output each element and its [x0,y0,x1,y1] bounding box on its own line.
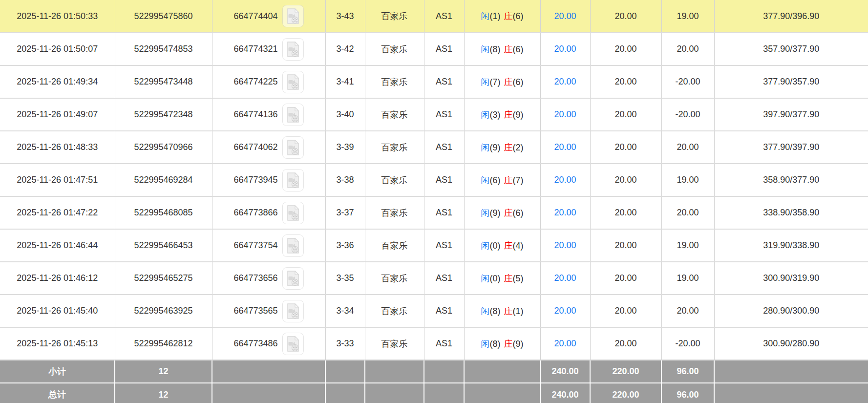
balance-cell: 377.90/357.90 [714,65,868,98]
record-row[interactable]: 2025-11-26 01:49:07 522995472348 6647741… [0,98,868,131]
record-row[interactable]: 2025-11-26 01:48:33 522995470966 6647740… [0,131,868,164]
bet-time-cell: 2025-11-26 01:50:07 [0,33,115,65]
video-replay-button[interactable] [282,38,304,61]
record-row[interactable]: 2025-11-26 01:50:33 522995475860 6647744… [0,0,868,33]
video-replay-button[interactable] [282,267,304,290]
bet-amount-link[interactable]: 20.00 [554,11,576,21]
video-replay-button[interactable] [282,169,304,191]
balance-cell: 377.90/396.90 [714,0,868,33]
banker-label: 庄 [504,306,513,316]
summary-empty-cell [365,360,424,383]
player-label: 闲 [481,274,490,283]
record-row[interactable]: 2025-11-26 01:45:40 522995463925 6647735… [0,295,868,327]
round-cell: 3-36 [325,229,365,262]
banker-score: (4) [513,241,524,251]
banker-score: (1) [513,306,524,316]
bet-amount-link[interactable]: 20.00 [554,142,576,152]
game-number-cell: 664773656 [212,262,325,295]
game-number-cell: 664774062 [212,131,325,164]
summary-valid-total-cell: 220.00 [590,360,661,383]
bet-amount-link[interactable]: 20.00 [554,339,576,348]
record-row[interactable]: 2025-11-26 01:45:13 522995462812 6647734… [0,327,868,360]
order-id-cell: 522995463925 [115,295,212,327]
summary-label-cell: 小计 [0,360,115,383]
bet-amount-cell: 20.00 [540,98,590,131]
record-row[interactable]: 2025-11-26 01:46:12 522995465275 6647736… [0,262,868,295]
player-label: 闲 [481,208,490,218]
game-type-cell: 百家乐 [365,33,424,65]
game-type-cell: 百家乐 [365,196,424,229]
record-row[interactable]: 2025-11-26 01:46:44 522995466453 6647737… [0,229,868,262]
video-replay-icon [286,74,300,90]
player-score: (1) [490,11,501,21]
game-number-cell: 664773866 [212,196,325,229]
bet-amount-link[interactable]: 20.00 [554,306,576,316]
game-number-cell: 664774404 [212,0,325,33]
game-number: 664773754 [233,240,277,251]
banker-score: (5) [513,274,524,283]
banker-score: (6) [513,44,524,54]
bet-time-cell: 2025-11-26 01:48:33 [0,131,115,164]
game-number: 664774136 [233,109,277,120]
win-loss-cell: 20.00 [661,295,714,327]
game-number-cell: 664773754 [212,229,325,262]
banker-label: 庄 [504,241,513,251]
banker-label: 庄 [504,143,513,152]
record-row[interactable]: 2025-11-26 01:49:34 522995473448 6647742… [0,65,868,98]
bet-time-cell: 2025-11-26 01:50:33 [0,0,115,33]
win-loss-cell: 19.00 [661,229,714,262]
game-type-cell: 百家乐 [365,65,424,98]
player-label: 闲 [481,175,490,185]
record-row[interactable]: 2025-11-26 01:47:51 522995469284 6647739… [0,164,868,196]
video-replay-button[interactable] [282,104,304,126]
player-label: 闲 [481,77,490,87]
order-id-cell: 522995475860 [115,0,212,33]
video-replay-button[interactable] [282,234,304,257]
video-replay-button[interactable] [282,300,304,322]
result-cell: 闲(8)庄(6) [464,33,540,65]
valid-amount-cell: 20.00 [590,196,661,229]
game-number: 664773565 [233,306,277,316]
banker-label: 庄 [504,175,513,185]
valid-amount-cell: 20.00 [590,0,661,33]
record-row[interactable]: 2025-11-26 01:50:07 522995474853 6647743… [0,33,868,65]
player-score: (8) [490,339,501,349]
video-replay-button[interactable] [282,333,304,355]
player-score: (9) [490,143,501,152]
video-replay-button[interactable] [282,5,304,27]
order-id-cell: 522995469284 [115,164,212,196]
player-label: 闲 [481,339,490,349]
table-name-cell: AS1 [424,98,464,131]
bet-amount-link[interactable]: 20.00 [554,109,576,119]
table-name-cell: AS1 [424,196,464,229]
bet-amount-link[interactable]: 20.00 [554,44,576,54]
balance-cell: 358.90/377.90 [714,164,868,196]
summary-row: 总计 12 240.00 220.00 96.00 [0,383,868,403]
bet-time-cell: 2025-11-26 01:47:22 [0,196,115,229]
valid-amount-cell: 20.00 [590,327,661,360]
round-cell: 3-38 [325,164,365,196]
bet-amount-link[interactable]: 20.00 [554,208,576,217]
summary-empty-cell [424,383,464,403]
video-replay-button[interactable] [282,136,304,159]
bet-amount-link[interactable]: 20.00 [554,273,576,283]
summary-count-cell: 12 [115,360,212,383]
video-replay-button[interactable] [282,71,304,93]
player-label: 闲 [481,241,490,251]
game-type-cell: 百家乐 [365,327,424,360]
bet-amount-link[interactable]: 20.00 [554,240,576,250]
banker-label: 庄 [504,274,513,283]
video-replay-icon [286,205,300,221]
summary-empty-cell [365,383,424,403]
bet-amount-link[interactable]: 20.00 [554,175,576,185]
summary-empty-cell [714,360,868,383]
valid-amount-cell: 20.00 [590,98,661,131]
bet-amount-link[interactable]: 20.00 [554,77,576,86]
video-replay-button[interactable] [282,202,304,224]
bet-amount-cell: 20.00 [540,196,590,229]
record-row[interactable]: 2025-11-26 01:47:22 522995468085 6647738… [0,196,868,229]
player-label: 闲 [481,11,490,21]
player-label: 闲 [481,44,490,54]
win-loss-cell: 19.00 [661,0,714,33]
win-loss-cell: 20.00 [661,131,714,164]
